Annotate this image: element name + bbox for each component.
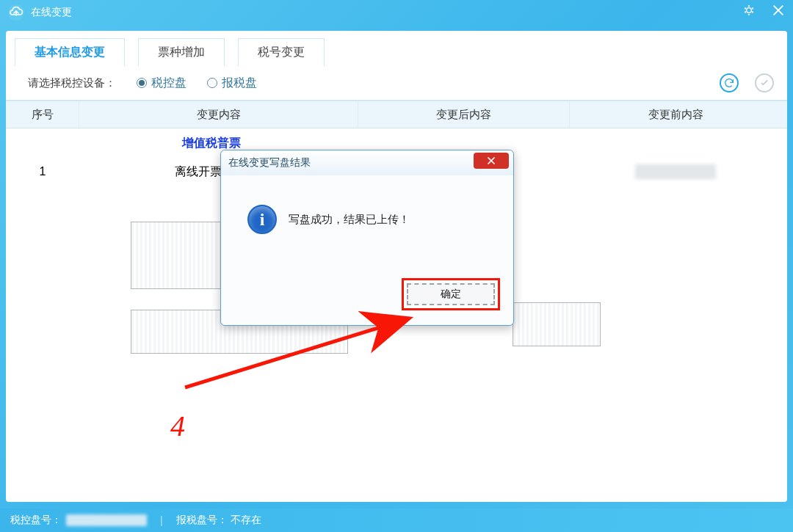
svg-point-2 <box>748 5 750 7</box>
footer-report-disk-value: 不存在 <box>231 514 261 527</box>
device-select-row: 请选择税控设备： 税控盘 报税盘 <box>6 66 787 101</box>
window-title-bar: 在线变更 <box>0 0 793 25</box>
radio-tax-disk[interactable]: 税控盘 <box>137 76 187 91</box>
radio-label: 报税盘 <box>222 76 257 91</box>
settings-icon[interactable] <box>742 3 756 22</box>
confirm-circle-button[interactable] <box>755 73 774 92</box>
device-label: 请选择税控设备： <box>28 76 116 90</box>
col-before: 变更前内容 <box>570 101 781 128</box>
refresh-button[interactable] <box>720 73 739 92</box>
tab-tax-id-change[interactable]: 税号变更 <box>238 38 325 66</box>
window-title: 在线变更 <box>31 6 742 19</box>
footer-tax-disk-label: 税控盘号： <box>10 514 62 527</box>
redacted-value <box>66 514 147 526</box>
table-header: 序号 变更内容 变更后内容 变更前内容 <box>6 101 787 128</box>
footer-report-disk-label: 报税盘号： <box>176 514 228 527</box>
result-dialog: 在线变更写盘结果 i 写盘成功，结果已上传！ 确定 <box>220 150 514 326</box>
svg-point-6 <box>745 11 746 12</box>
tab-basic-info[interactable]: 基本信息变更 <box>15 38 125 66</box>
tab-add-ticket-type[interactable]: 票种增加 <box>138 38 225 66</box>
svg-point-4 <box>752 11 753 12</box>
confirm-button[interactable]: 确定 <box>407 283 495 305</box>
dialog-title-text: 在线变更写盘结果 <box>228 156 311 170</box>
info-icon: i <box>247 205 277 234</box>
redacted-before <box>635 164 716 179</box>
status-bar: 税控盘号： | 报税盘号： 不存在 <box>0 509 793 532</box>
tabs-row: 基本信息变更 票种增加 税号变更 <box>6 31 787 66</box>
panel-box <box>513 302 601 346</box>
svg-point-3 <box>752 7 753 9</box>
annotation-step-number: 4 <box>170 409 185 443</box>
dialog-title-bar[interactable]: 在线变更写盘结果 <box>221 150 513 175</box>
annotation-highlight: 确定 <box>402 278 500 310</box>
radio-report-disk[interactable]: 报税盘 <box>207 76 257 91</box>
close-icon[interactable] <box>771 3 786 22</box>
col-after: 变更后内容 <box>358 101 570 128</box>
cloud-icon <box>7 4 25 21</box>
col-change-item: 变更内容 <box>79 101 358 128</box>
svg-point-1 <box>747 8 752 13</box>
svg-point-7 <box>745 7 746 9</box>
cell-index: 1 <box>6 165 79 178</box>
col-index: 序号 <box>6 101 79 128</box>
dialog-message: 写盘成功，结果已上传！ <box>289 213 410 227</box>
radio-label: 税控盘 <box>151 76 187 91</box>
dialog-close-button[interactable] <box>474 153 509 169</box>
svg-point-5 <box>748 14 750 15</box>
